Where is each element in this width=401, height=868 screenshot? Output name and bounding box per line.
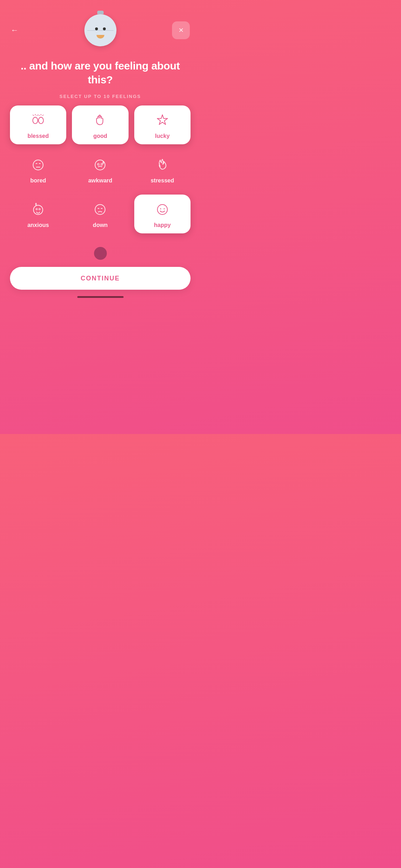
- header: ← ✕: [0, 0, 200, 50]
- lucky-icon: [154, 112, 171, 130]
- avatar: [84, 14, 116, 46]
- home-bar: [77, 296, 124, 298]
- feeling-card-anxious[interactable]: anxious: [10, 195, 66, 233]
- blessed-icon: [30, 112, 47, 130]
- svg-point-20: [39, 208, 40, 210]
- awkward-label: awkward: [88, 177, 113, 184]
- feeling-card-good[interactable]: good: [72, 105, 128, 144]
- svg-line-6: [38, 115, 40, 116]
- happy-label: happy: [154, 222, 171, 228]
- close-button[interactable]: ✕: [172, 21, 190, 39]
- svg-point-26: [163, 208, 165, 210]
- good-icon: [92, 112, 109, 130]
- subtitle: SELECT UP TO 10 FEELINGS: [0, 89, 200, 105]
- svg-line-4: [33, 115, 34, 116]
- svg-point-17: [101, 164, 103, 165]
- home-indicator: [0, 290, 200, 301]
- back-button[interactable]: ←: [11, 26, 19, 35]
- feeling-card-awkward[interactable]: awkward: [72, 150, 128, 189]
- robot-mouth: [97, 35, 104, 38]
- feeling-card-lucky[interactable]: lucky: [134, 105, 191, 144]
- down-icon: [92, 201, 109, 219]
- feeling-card-bored[interactable]: bored: [10, 150, 66, 189]
- stressed-label: stressed: [151, 177, 174, 184]
- stressed-icon: [154, 156, 171, 175]
- robot-line: [87, 30, 114, 31]
- anxious-icon: [30, 201, 47, 219]
- bored-label: bored: [30, 177, 46, 184]
- awkward-icon: [92, 156, 109, 175]
- svg-point-1: [38, 117, 43, 124]
- good-label: good: [93, 133, 107, 139]
- svg-point-0: [33, 117, 38, 124]
- page-dots: [0, 241, 200, 267]
- svg-point-19: [36, 208, 37, 210]
- robot-antenna: [97, 11, 104, 14]
- lucky-label: lucky: [155, 133, 170, 139]
- feeling-card-happy[interactable]: happy: [134, 195, 191, 233]
- feeling-card-down[interactable]: down: [72, 195, 128, 233]
- feeling-card-blessed[interactable]: blessed: [10, 105, 66, 144]
- svg-line-5: [37, 115, 38, 116]
- svg-point-21: [95, 205, 105, 215]
- dot-active: [94, 247, 107, 260]
- continue-button[interactable]: CONTINUE: [10, 267, 191, 290]
- happy-icon: [154, 201, 171, 219]
- robot-eye-left: [95, 27, 98, 30]
- anxious-label: anxious: [27, 222, 49, 228]
- svg-point-11: [33, 160, 43, 170]
- robot-eyes: [95, 27, 106, 30]
- svg-point-24: [157, 205, 167, 215]
- feelings-grid: blessed good lucky: [0, 105, 200, 233]
- svg-line-7: [42, 115, 43, 116]
- svg-point-16: [98, 164, 99, 165]
- svg-marker-10: [157, 115, 167, 125]
- blessed-label: blessed: [27, 133, 49, 139]
- bored-icon: [30, 156, 47, 175]
- down-label: down: [93, 222, 108, 228]
- feeling-card-stressed[interactable]: stressed: [134, 150, 191, 189]
- title-section: .. and how are you feeling about this?: [0, 50, 200, 89]
- page-title: .. and how are you feeling about this?: [18, 59, 183, 87]
- robot-eye-right: [103, 27, 106, 30]
- svg-point-25: [160, 208, 161, 210]
